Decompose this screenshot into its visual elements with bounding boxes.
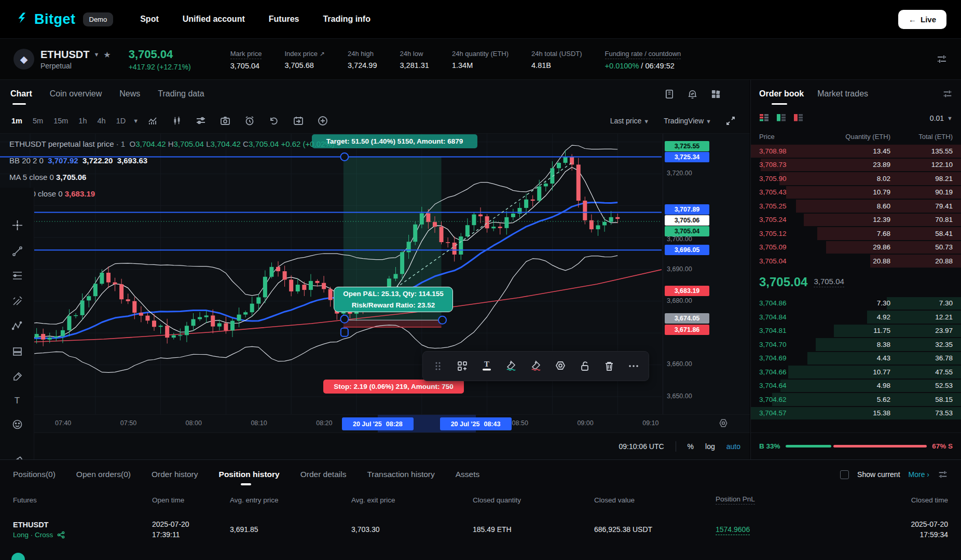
nav-futures[interactable]: Futures	[269, 15, 299, 24]
tab-coin-overview[interactable]: Coin overview	[50, 82, 102, 106]
favorite-star-icon[interactable]: ★	[103, 50, 111, 60]
time-axis[interactable]: 07:4007:5008:0008:1008:2008:5009:0009:10…	[34, 414, 750, 432]
nav-trading-info[interactable]: Trading info	[323, 15, 370, 24]
timeframe-1m[interactable]: 1m	[6, 115, 28, 127]
orderbook-ask-row[interactable]: 3,705.4310.7990.19	[751, 186, 961, 200]
book-layout-asks-icon[interactable]	[793, 114, 803, 123]
orderbook-mid[interactable]: 3,705.04 3,705.04	[751, 268, 961, 297]
more-tools-icon[interactable]	[626, 364, 641, 368]
nav-spot[interactable]: Spot	[140, 15, 159, 24]
trendline-tool-icon[interactable]	[0, 246, 34, 257]
tab-open-orders[interactable]: Open orders(0)	[76, 461, 131, 487]
tab-order-book[interactable]: Order book	[759, 82, 804, 106]
orderbook-settings-icon[interactable]	[942, 89, 953, 99]
orders-log-icon[interactable]	[664, 89, 674, 99]
price-axis[interactable]: 3,725.553,725.343,720.003,707.893,705.06…	[664, 134, 750, 414]
tab-transaction-history[interactable]: Transaction history	[367, 461, 434, 487]
orderbook-ask-row[interactable]: 3,708.9813.45135.55	[751, 144, 961, 158]
orderbook-ask-row[interactable]: 3,705.2412.3970.81	[751, 213, 961, 227]
orderbook-bid-row[interactable]: 3,704.644.9852.53	[751, 379, 961, 393]
tab-chart[interactable]: Chart	[10, 82, 32, 106]
row-pnl[interactable]: 1574.9606	[716, 525, 750, 535]
timeframe-5m[interactable]: 5m	[28, 115, 48, 127]
drag-handle-icon[interactable]	[430, 361, 446, 371]
pattern-tool-icon[interactable]	[0, 320, 34, 331]
orderbook-bid-row[interactable]: 3,704.8111.7523.97	[751, 324, 961, 338]
more-link[interactable]: More ›	[909, 470, 929, 479]
snapshot-camera-icon[interactable]	[220, 116, 230, 126]
layout-grid-icon[interactable]	[711, 89, 721, 99]
fib-lines-tool-icon[interactable]	[0, 270, 34, 281]
tab-market-trades[interactable]: Market trades	[817, 82, 868, 106]
precision-select[interactable]: 0.01▼	[930, 114, 953, 122]
orderbook-bid-row[interactable]: 3,704.844.9212.21	[751, 310, 961, 324]
orderbook-bid-row[interactable]: 3,704.625.6258.15	[751, 393, 961, 407]
panel-settings-icon[interactable]	[938, 469, 948, 480]
support-chat-icon[interactable]	[11, 553, 25, 560]
legend-ohlc-row[interactable]: ETHUSDT perpetual last price · 1 O3,704.…	[9, 136, 335, 152]
fullscreen-icon[interactable]	[726, 116, 735, 125]
vendor-select[interactable]: TradingView ▼	[664, 117, 711, 125]
timeframe-4h[interactable]: 4h	[92, 115, 111, 127]
tab-position-history[interactable]: Position history	[219, 461, 280, 487]
book-layout-both-icon[interactable]	[759, 114, 769, 123]
add-symbol-icon[interactable]	[318, 116, 328, 126]
orderbook-bid-row[interactable]: 3,704.6610.7747.55	[751, 365, 961, 379]
legend-ma5-row[interactable]: MA 5 close 0 3,705.06	[9, 169, 335, 186]
orderbook-bid-row[interactable]: 3,704.867.307.30	[751, 297, 961, 311]
position-tool-icon[interactable]	[0, 346, 34, 357]
price-source-select[interactable]: Last price ▼	[610, 117, 649, 125]
orderbook-ask-row[interactable]: 3,708.7323.89122.10	[751, 158, 961, 172]
chart-canvas[interactable]: 3,725.553,725.343,720.003,707.893,705.06…	[0, 134, 750, 414]
fill-color-red-icon[interactable]	[528, 360, 544, 372]
indicators-icon[interactable]	[148, 116, 158, 126]
timeframe-1d[interactable]: 1D	[111, 115, 131, 127]
settings-list-icon[interactable]	[196, 116, 206, 126]
timeframe-1h[interactable]: 1h	[73, 115, 92, 127]
chart-style-icon[interactable]	[172, 116, 182, 125]
pitchfork-tool-icon[interactable]	[0, 296, 34, 306]
share-icon[interactable]	[57, 531, 65, 539]
tab-news[interactable]: News	[119, 82, 140, 106]
text-annotation-icon[interactable]: T	[0, 396, 34, 406]
show-current-checkbox[interactable]	[840, 470, 849, 479]
position-history-row[interactable]: ETHUSDT Long · Cross 2025-07-2017:39:11 …	[0, 511, 961, 548]
orderbook-ask-row[interactable]: 3,705.127.6858.41	[751, 227, 961, 241]
tab-positions[interactable]: Positions(0)	[13, 461, 56, 487]
percent-scale-button[interactable]: %	[688, 442, 694, 451]
price-alert-icon[interactable]	[688, 89, 697, 99]
lock-tool-icon[interactable]	[577, 360, 593, 372]
tab-trading-data[interactable]: Trading data	[158, 82, 204, 106]
symbol-name[interactable]: ETHUSDT	[40, 49, 89, 61]
nav-unified-account[interactable]: Unified account	[183, 15, 245, 24]
symbol-dropdown-caret-icon[interactable]: ▼	[93, 51, 99, 58]
ticker-settings-icon[interactable]	[936, 53, 948, 65]
orderbook-ask-row[interactable]: 3,705.0929.8650.73	[751, 241, 961, 255]
log-scale-button[interactable]: log	[705, 442, 715, 451]
live-button[interactable]: ← Live	[898, 10, 946, 29]
replay-icon[interactable]	[269, 116, 279, 126]
delete-tool-icon[interactable]	[601, 360, 617, 372]
bitget-logo[interactable]: Bitget	[15, 11, 76, 27]
orderbook-bid-row[interactable]: 3,704.708.3832.35	[751, 338, 961, 352]
legend-bb-row[interactable]: BB 20 2 0 3,707.92 3,722.20 3,693.63	[9, 152, 335, 169]
alert-clock-icon[interactable]	[244, 116, 255, 126]
tab-order-details[interactable]: Order details	[300, 461, 347, 487]
book-layout-bids-icon[interactable]	[776, 114, 786, 123]
legend-ma120-row[interactable]: MA 120 close 0 3,683.19	[9, 186, 335, 202]
template-icon[interactable]	[455, 360, 470, 372]
brush-tool-icon[interactable]	[0, 371, 34, 382]
timezone-settings-icon[interactable]	[718, 418, 729, 428]
orderbook-bid-row[interactable]: 3,704.5715.3873.53	[751, 407, 961, 421]
orderbook-ask-row[interactable]: 3,705.0420.8820.88	[751, 254, 961, 268]
tab-order-history[interactable]: Order history	[152, 461, 198, 487]
orderbook-ask-row[interactable]: 3,705.908.0298.21	[751, 172, 961, 186]
orderbook-bid-row[interactable]: 3,704.694.4336.78	[751, 352, 961, 366]
tab-assets[interactable]: Assets	[456, 461, 480, 487]
auto-scale-button[interactable]: auto	[726, 442, 740, 451]
timeframe-dropdown-caret-icon[interactable]: ▼	[133, 118, 139, 124]
goto-date-icon[interactable]	[293, 116, 304, 126]
timeframe-15m[interactable]: 15m	[48, 115, 73, 127]
tool-settings-icon[interactable]	[553, 360, 568, 372]
text-tool-icon[interactable]: T	[479, 360, 495, 372]
